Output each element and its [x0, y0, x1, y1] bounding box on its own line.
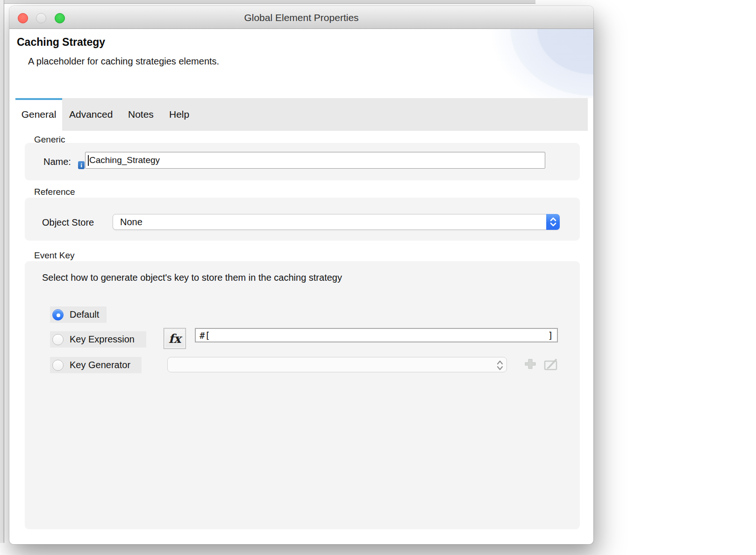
edit-key-generator-button[interactable] — [544, 358, 560, 370]
event-key-prompt: Select how to generate object's key to s… — [42, 272, 342, 283]
background-window-left-edge — [0, 0, 4, 543]
fx-icon: fx — [169, 332, 181, 346]
object-store-select[interactable]: None — [113, 214, 560, 230]
background-window-top-edge — [0, 0, 535, 4]
combo-chevrons-icon — [496, 359, 504, 374]
tab-help[interactable]: Help — [169, 98, 189, 131]
expression-fx-button[interactable]: fx — [164, 328, 186, 349]
text-cursor — [88, 155, 89, 166]
add-key-generator-button[interactable] — [524, 358, 536, 370]
radio-default[interactable] — [52, 309, 64, 320]
page-description: A placeholder for caching strategies ele… — [28, 56, 219, 67]
info-icon[interactable]: i — [78, 161, 85, 169]
close-button[interactable] — [18, 13, 28, 23]
window-title: Global Element Properties — [9, 6, 593, 29]
edit-icon — [544, 358, 560, 370]
radio-key-generator-label[interactable]: Key Generator — [70, 360, 130, 370]
radio-default-label[interactable]: Default — [70, 309, 99, 320]
window-titlebar[interactable]: Global Element Properties — [9, 6, 593, 29]
zoom-button[interactable] — [55, 13, 65, 23]
tab-general[interactable]: General — [15, 98, 62, 131]
tab-strip: General Advanced Notes Help — [15, 98, 588, 131]
global-element-properties-dialog: Global Element Properties Caching Strate… — [9, 6, 593, 544]
tab-advanced[interactable]: Advanced — [69, 98, 113, 131]
tab-notes[interactable]: Notes — [128, 98, 154, 131]
expression-prefix: #[ — [200, 330, 210, 341]
plus-icon — [524, 358, 536, 370]
minimize-button[interactable] — [36, 13, 46, 23]
section-label-reference: Reference — [34, 187, 75, 197]
object-store-value: None — [113, 217, 143, 228]
radio-key-expression[interactable] — [52, 334, 64, 345]
expression-suffix: ] — [548, 330, 553, 341]
page-title: Caching Strategy — [17, 36, 105, 49]
radio-key-generator[interactable] — [52, 360, 64, 371]
name-input[interactable]: Caching_Strategy — [85, 152, 545, 169]
popup-stepper-icon — [546, 214, 560, 230]
radio-row-key-generator[interactable]: Key Generator — [50, 357, 142, 373]
event-key-panel — [25, 261, 580, 529]
key-expression-input[interactable]: #[ ] — [195, 328, 558, 342]
name-label: Name: — [43, 157, 71, 167]
key-generator-combo[interactable] — [167, 357, 507, 372]
radio-row-key-expression[interactable]: Key Expression — [50, 331, 146, 348]
section-label-event-key: Event Key — [34, 250, 75, 261]
radio-key-expression-label[interactable]: Key Expression — [70, 334, 135, 345]
radio-row-default[interactable]: Default — [50, 306, 107, 323]
dialog-header: Caching Strategy A placeholder for cachi… — [9, 29, 593, 98]
object-store-label: Object Store — [42, 217, 94, 228]
decorative-swoosh — [492, 29, 593, 98]
name-value: Caching_Strategy — [89, 155, 160, 165]
